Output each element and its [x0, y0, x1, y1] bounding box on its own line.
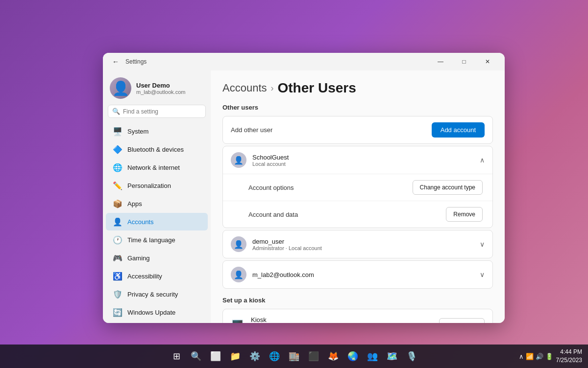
search-button[interactable]: 🔍 [187, 347, 205, 365]
edge-button[interactable]: 🌐 [266, 347, 283, 365]
teams-button[interactable]: 👥 [364, 347, 381, 365]
user-avatar-demo: 👤 [231, 236, 246, 252]
sidebar-item-accounts[interactable]: 👤 Accounts [106, 213, 208, 230]
breadcrumb-separator: › [271, 83, 274, 93]
kiosk-icon: 🖥️ [231, 320, 244, 323]
settings-window: ← Settings — □ ✕ 👤 User Demo m_lab@outlo… [103, 53, 505, 323]
terminal-button[interactable]: ⬛ [305, 347, 322, 365]
user-card-header-mlab2[interactable]: 👤 m_lab2@outlook.com ∨ [223, 261, 492, 288]
user-card-header-schoolguest[interactable]: 👤 SchoolGuest Local account ∧ [223, 146, 492, 174]
user-card-info-mlab2: m_lab2@outlook.com [252, 271, 480, 278]
taskbar-right: ∧ 📶 🔊 🔋 4:44 PM 7/25/2023 [519, 348, 582, 365]
user-card-sub-demo: Administrator · Local account [252, 245, 480, 251]
sidebar-item-system[interactable]: 🖥️ System [106, 122, 208, 140]
taskbar-date-display: 7/25/2023 [556, 356, 582, 365]
sidebar-item-label-accounts: Accounts [127, 218, 153, 226]
sidebar-item-bluetooth[interactable]: 🔷 Bluetooth & devices [106, 140, 208, 158]
kiosk-info: Kiosk Turn this device into a kiosk to u… [251, 316, 432, 323]
other-users-section-title: Other users [222, 104, 493, 111]
search-input[interactable] [123, 108, 201, 115]
user-avatar-mlab2: 👤 [231, 267, 246, 282]
user-card-name-schoolguest: SchoolGuest [252, 154, 480, 161]
sidebar-item-label-time: Time & language [127, 236, 175, 244]
add-account-button[interactable]: Add account [432, 122, 485, 138]
maps-button[interactable]: 🗺️ [383, 347, 401, 365]
sidebar-item-personalization[interactable]: ✏️ Personalization [106, 177, 208, 194]
settings-button[interactable]: ⚙️ [246, 347, 264, 365]
time-icon: 🕐 [113, 235, 122, 245]
main-content: Accounts › Other Users Other users Add o… [211, 70, 505, 323]
sidebar-item-label-apps: Apps [127, 200, 142, 207]
sidebar-item-label-privacy: Privacy & security [127, 291, 178, 298]
search-icon: 🔍 [112, 108, 120, 115]
sidebar-item-gaming[interactable]: 🎮 Gaming [106, 249, 208, 267]
maximize-button[interactable]: □ [453, 54, 475, 69]
accessibility-icon: ♿ [113, 271, 122, 281]
user-card-info-schoolguest: SchoolGuest Local account [252, 154, 480, 167]
breadcrumb-parent[interactable]: Accounts [222, 82, 267, 94]
gaming-icon: 🎮 [113, 253, 122, 263]
account-options-row: Account options Change account type [223, 174, 492, 201]
user-profile: 👤 User Demo m_lab@outlook.com [103, 70, 211, 105]
taskbar-clock[interactable]: 4:44 PM 7/25/2023 [556, 348, 582, 365]
user-card-mlab2: 👤 m_lab2@outlook.com ∨ [222, 260, 493, 289]
sidebar-item-privacy[interactable]: 🛡️ Privacy & security [106, 285, 208, 303]
user-email: m_lab@outlook.com [136, 89, 204, 95]
apps-icon: 📦 [113, 199, 122, 208]
tray-icon-network[interactable]: 📶 [526, 353, 534, 360]
file-explorer-button[interactable]: 📁 [226, 347, 244, 365]
user-card-name-demo: demo_user [252, 238, 480, 245]
chrome-button[interactable]: 🌏 [344, 347, 362, 365]
add-other-user-label: Add other user [231, 126, 272, 134]
sidebar-item-accessibility[interactable]: ♿ Accessibility [106, 267, 208, 285]
user-card-name-mlab2: m_lab2@outlook.com [252, 271, 480, 278]
kiosk-section-title: Set up a kiosk [222, 297, 493, 304]
user-card-sub-schoolguest: Local account [252, 161, 480, 167]
kiosk-section: Set up a kiosk 🖥️ Kiosk Turn this device… [222, 297, 493, 323]
account-data-label: Account and data [248, 211, 298, 218]
chevron-down-icon-mlab2: ∨ [480, 271, 485, 278]
close-button[interactable]: ✕ [476, 54, 499, 69]
account-data-row: Account and data Remove [223, 201, 492, 228]
change-account-type-button[interactable]: Change account type [413, 180, 483, 195]
user-name: User Demo [136, 82, 204, 89]
sidebar-item-apps[interactable]: 📦 Apps [106, 195, 208, 212]
store-button[interactable]: 🏬 [285, 347, 303, 365]
sidebar-item-network[interactable]: 🌐 Network & internet [106, 159, 208, 176]
tray-icon-volume[interactable]: 🔊 [536, 353, 543, 360]
sidebar-item-windows-update[interactable]: 🔄 Windows Update [106, 303, 208, 321]
sidebar-item-time[interactable]: 🕐 Time & language [106, 231, 208, 249]
remove-button[interactable]: Remove [446, 207, 483, 222]
mic-button[interactable]: 🎙️ [403, 347, 420, 365]
user-card-header-demo[interactable]: 👤 demo_user Administrator · Local accoun… [223, 230, 492, 258]
user-avatar-schoolguest: 👤 [231, 152, 246, 168]
personalization-icon: ✏️ [113, 181, 122, 190]
sidebar-item-label-accessibility: Accessibility [127, 273, 162, 280]
avatar-icon: 👤 [112, 80, 129, 96]
taskbar-time-display: 4:44 PM [556, 348, 582, 356]
bluetooth-icon: 🔷 [113, 144, 122, 154]
sidebar-item-label-bluetooth: Bluetooth & devices [127, 146, 184, 153]
back-button[interactable]: ← [109, 55, 122, 69]
user-info: User Demo m_lab@outlook.com [136, 82, 204, 95]
kiosk-card: 🖥️ Kiosk Turn this device into a kiosk t… [222, 309, 493, 323]
get-started-button[interactable]: Get started [439, 318, 485, 323]
user-card-body-schoolguest: Account options Change account type Acco… [223, 174, 492, 228]
chevron-up-icon-schoolguest: ∧ [480, 156, 485, 164]
privacy-icon: 🛡️ [113, 289, 122, 299]
window-controls: — □ ✕ [429, 54, 499, 69]
title-bar: ← Settings — □ ✕ [103, 53, 505, 70]
window-title: Settings [125, 58, 429, 65]
taskbar: ⊞ 🔍 ⬜ 📁 ⚙️ 🌐 🏬 ⬛ 🦊 🌏 👥 🗺️ 🎙️ ∧ 📶 🔊 🔋 4:4… [0, 345, 588, 368]
search-box[interactable]: 🔍 [108, 105, 206, 118]
firefox-button[interactable]: 🦊 [324, 347, 342, 365]
breadcrumb: Accounts › Other Users [222, 80, 493, 96]
task-view-button[interactable]: ⬜ [207, 347, 224, 365]
tray-icon-battery[interactable]: 🔋 [545, 353, 553, 360]
breadcrumb-current: Other Users [278, 80, 356, 96]
tray-icon-arrow[interactable]: ∧ [519, 353, 524, 360]
start-button[interactable]: ⊞ [168, 347, 185, 365]
minimize-button[interactable]: — [429, 54, 452, 69]
accounts-icon: 👤 [113, 217, 122, 227]
system-tray: ∧ 📶 🔊 🔋 [519, 353, 553, 360]
